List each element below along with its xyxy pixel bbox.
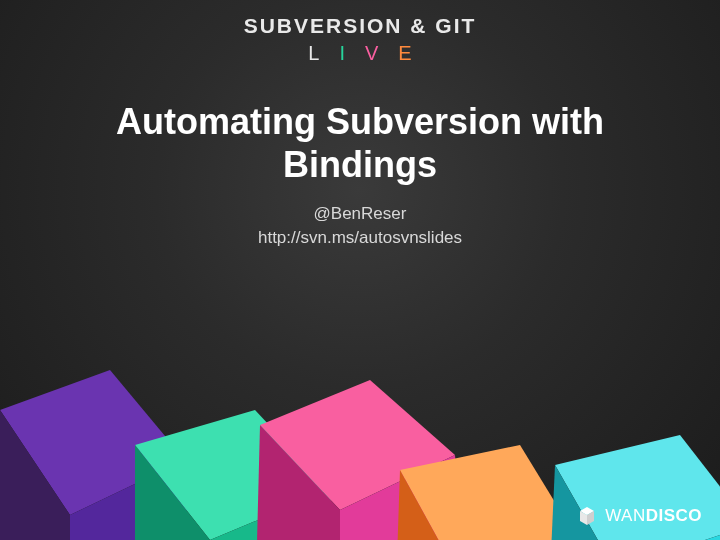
cube-magenta-icon xyxy=(255,380,470,540)
event-live-word: LIVE xyxy=(0,42,720,65)
svg-marker-14 xyxy=(615,525,720,540)
slide-title: Automating Subversion with Bindings xyxy=(0,100,720,186)
event-name: SUBVERSION & GIT xyxy=(0,14,720,38)
decorative-cubes xyxy=(0,280,720,540)
live-letter-v: V xyxy=(365,42,398,64)
svg-marker-5 xyxy=(210,490,340,540)
svg-marker-4 xyxy=(135,445,210,540)
slides-url: http://svn.ms/autosvnslides xyxy=(0,226,720,250)
live-letter-l: L xyxy=(308,42,339,64)
svg-marker-0 xyxy=(0,370,185,515)
svg-marker-1 xyxy=(0,410,70,540)
wandisco-wordmark: WANDISCO xyxy=(605,506,702,526)
svg-marker-6 xyxy=(260,380,455,510)
footer-brand: WANDISCO xyxy=(577,506,702,526)
cube-green-icon xyxy=(135,410,340,540)
svg-marker-8 xyxy=(340,455,470,540)
live-letter-e: E xyxy=(398,42,431,64)
cube-purple-icon xyxy=(0,370,190,540)
live-letter-i: I xyxy=(339,42,365,64)
svg-marker-11 xyxy=(455,535,590,540)
brand-word-bold: DISCO xyxy=(646,506,702,525)
brand-word-thin: WAN xyxy=(605,506,646,525)
cube-orange-icon xyxy=(395,445,590,540)
svg-marker-2 xyxy=(70,460,190,540)
svg-marker-10 xyxy=(395,470,455,540)
svg-marker-9 xyxy=(400,445,575,540)
svg-marker-3 xyxy=(135,410,330,540)
slide-subtitle: @BenReser http://svn.ms/autosvnslides xyxy=(0,202,720,250)
wandisco-logo-icon xyxy=(577,506,597,526)
event-logo: SUBVERSION & GIT LIVE xyxy=(0,14,720,65)
author-handle: @BenReser xyxy=(0,202,720,226)
svg-marker-13 xyxy=(548,465,615,540)
svg-marker-7 xyxy=(255,425,340,540)
